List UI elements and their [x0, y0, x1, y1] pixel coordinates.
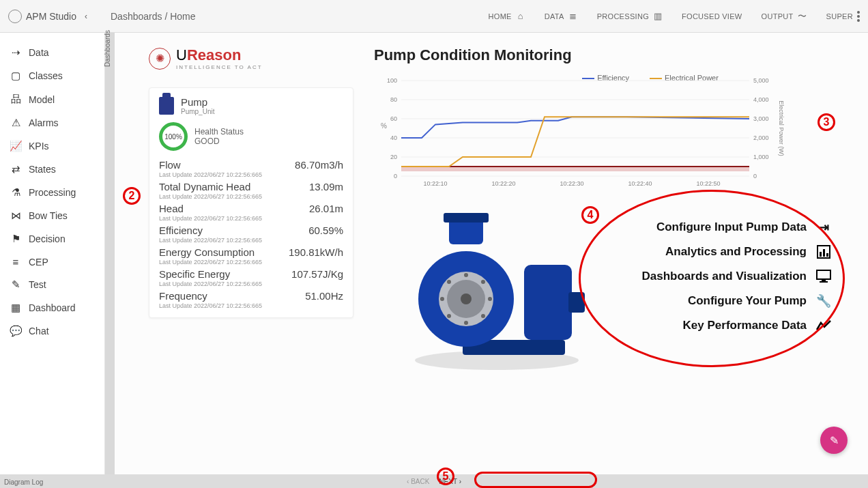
health-value: GOOD: [194, 137, 244, 146]
svg-text:10:22:40: 10:22:40: [628, 180, 652, 187]
data-icon: ⇢: [10, 46, 22, 59]
cep-icon: ≡: [10, 256, 22, 268]
classes-icon: ▢: [10, 70, 22, 82]
link-configure-pump[interactable]: Configure Your Pump🔧: [626, 293, 831, 308]
chat-icon: 💬: [10, 325, 22, 337]
sidebar-item-kpis[interactable]: 📈KPIs: [0, 134, 104, 158]
svg-text:0: 0: [753, 173, 757, 180]
nav-focused-view[interactable]: FOCUSED VIEW: [682, 12, 742, 20]
metric-row: Efficiency60.59%Last Update 2022/06/27 1…: [159, 225, 343, 244]
bowtie-icon: ⋈: [10, 210, 22, 222]
page-title: Pump Condition Monitoring: [374, 46, 572, 64]
svg-point-36: [488, 297, 492, 301]
svg-text:Electrical Power (W): Electrical Power (W): [778, 100, 785, 156]
svg-text:2,000: 2,000: [753, 134, 769, 141]
bar-chart-icon: ▥: [653, 12, 663, 21]
sidebar-item-model[interactable]: 品Model: [0, 87, 104, 111]
health-gauge: 100%: [159, 122, 188, 151]
nav-data[interactable]: DATA≣: [545, 12, 578, 21]
line-chart-icon: [816, 318, 831, 333]
diagram-log-label[interactable]: Diagram Log: [0, 476, 116, 486]
decision-icon: ⚑: [10, 233, 22, 245]
svg-rect-49: [817, 270, 830, 279]
annotation-number-5: 5: [437, 468, 454, 485]
link-dashboards[interactable]: Dashboards and Visualization: [626, 269, 831, 284]
svg-point-41: [447, 280, 451, 284]
svg-text:0: 0: [394, 173, 397, 180]
svg-point-35: [464, 273, 468, 277]
line-chart-icon: 〜: [798, 12, 807, 21]
breadcrumb[interactable]: Dashboards / Home: [111, 11, 196, 22]
svg-text:20: 20: [390, 154, 397, 160]
alarm-icon: ⚠: [10, 117, 22, 129]
svg-rect-46: [820, 252, 822, 257]
svg-point-37: [464, 321, 468, 325]
svg-rect-51: [820, 281, 828, 283]
metric-row: Frequency51.00HzLast Update 2022/06/27 1…: [159, 290, 343, 309]
dashboards-rail[interactable]: Dashboards: [105, 33, 115, 474]
svg-rect-20: [401, 167, 749, 171]
sidebar-item-chat[interactable]: 💬Chat: [0, 319, 104, 343]
card-subtitle: Pump_Unit: [181, 108, 214, 115]
home-icon: ⌂: [516, 12, 525, 21]
svg-text:5,000: 5,000: [753, 77, 769, 84]
states-icon: ⇄: [10, 163, 22, 175]
sidebar-item-dashboard[interactable]: ▦Dashboard: [0, 296, 104, 319]
svg-rect-50: [822, 279, 826, 281]
pager-back[interactable]: ‹ BACK: [405, 478, 431, 485]
metric-row: Energy Consumption190.81kW/hLast Update …: [159, 246, 343, 265]
svg-text:%: %: [381, 122, 387, 130]
monitor-icon: [816, 269, 831, 284]
nav-super[interactable]: SUPER: [826, 11, 860, 22]
main-canvas: ✺ UReason INTELLIGENCE TO ACT Pump Condi…: [115, 33, 868, 474]
edit-fab[interactable]: ✎: [820, 427, 848, 454]
annotation-number-4: 4: [581, 206, 599, 224]
brain-icon: [8, 10, 22, 23]
pager-bar: Diagram Log ‹ BACK NEXT › 5: [0, 474, 868, 488]
sidebar-item-alarms[interactable]: ⚠Alarms: [0, 111, 104, 134]
sidebar-item-test[interactable]: ✎Test: [0, 273, 104, 296]
kpi-icon: 📈: [10, 140, 22, 152]
ureason-brand: ✺ UReason INTELLIGENCE TO ACT: [149, 46, 263, 70]
svg-rect-30: [568, 292, 585, 313]
sidebar-item-cep[interactable]: ≡CEP: [0, 250, 104, 273]
brand[interactable]: APM Studio ‹: [8, 10, 97, 23]
nav-processing[interactable]: PROCESSING▥: [597, 12, 663, 21]
link-configure-input[interactable]: Configure Input Pump Data⇥: [626, 220, 831, 235]
svg-text:10:22:20: 10:22:20: [491, 180, 515, 187]
svg-text:80: 80: [390, 96, 397, 103]
svg-point-38: [440, 297, 444, 301]
sidebar-item-decision[interactable]: ⚑Decision: [0, 227, 104, 250]
svg-point-42: [447, 314, 451, 318]
svg-point-34: [461, 293, 472, 304]
svg-text:3,000: 3,000: [753, 115, 769, 122]
svg-text:10:22:10: 10:22:10: [423, 180, 447, 187]
pump-image: [388, 210, 592, 374]
chevron-left-icon[interactable]: ‹: [85, 12, 87, 21]
condition-chart[interactable]: 02040608010001,0002,0003,0004,0005,000%E…: [374, 74, 804, 197]
nav-home[interactable]: HOME⌂: [489, 12, 525, 21]
sidebar-item-states[interactable]: ⇄States: [0, 158, 104, 181]
sidebar-item-data[interactable]: ⇢Data: [0, 41, 104, 64]
svg-rect-29: [524, 265, 572, 340]
svg-point-40: [481, 314, 485, 318]
processing-icon: ⚗: [10, 186, 22, 199]
topnav: HOME⌂ DATA≣ PROCESSING▥ FOCUSED VIEW OUT…: [489, 11, 860, 22]
card-title: Pump: [181, 96, 214, 108]
link-analytics[interactable]: Analytics and Processing: [626, 244, 831, 259]
svg-text:1,000: 1,000: [753, 154, 769, 160]
list-icon: ≣: [568, 12, 578, 21]
nav-output[interactable]: OUTPUT〜: [762, 12, 807, 21]
action-links: Configure Input Pump Data⇥ Analytics and…: [626, 210, 831, 343]
topbar: APM Studio ‹ Dashboards / Home HOME⌂ DAT…: [0, 0, 868, 33]
sidebar-item-classes[interactable]: ▢Classes: [0, 64, 104, 87]
ureason-logo-icon: ✺: [149, 48, 171, 70]
health-label: Health Status: [194, 127, 244, 137]
sidebar-item-processing[interactable]: ⚗Processing: [0, 181, 104, 204]
svg-point-39: [481, 280, 485, 284]
wrench-icon: 🔧: [816, 293, 831, 308]
link-kpi[interactable]: Key Performance Data: [626, 318, 831, 333]
svg-text:60: 60: [390, 115, 397, 122]
kebab-menu-icon[interactable]: [857, 11, 860, 22]
sidebar-item-bowties[interactable]: ⋈Bow Ties: [0, 204, 104, 227]
